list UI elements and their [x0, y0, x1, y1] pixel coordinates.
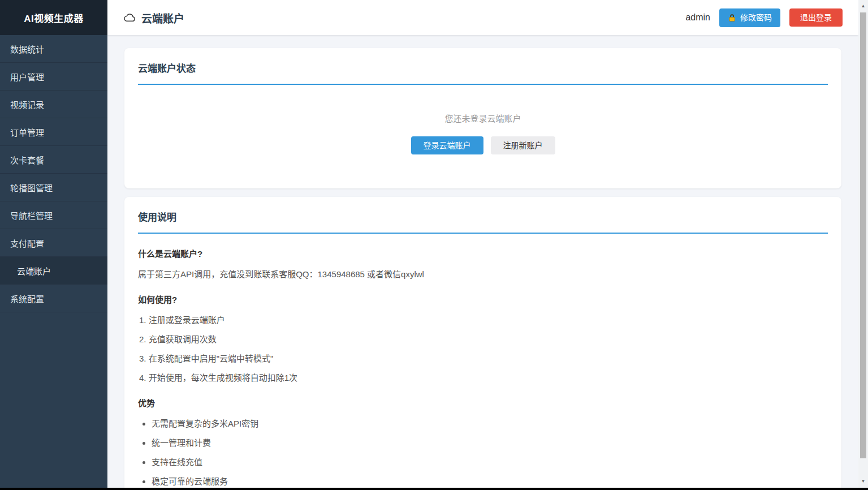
lock-icon — [728, 14, 736, 22]
sidebar-item-payment-config[interactable]: 支付配置 — [0, 229, 107, 257]
sidebar: AI视频生成器 数据统计 用户管理 视频记录 订单管理 次卡套餐 轮播图管理 导… — [0, 0, 107, 490]
sidebar-item-user-mgmt[interactable]: 用户管理 — [0, 63, 107, 91]
how-step-2: 充值获取调用次数 — [139, 333, 828, 345]
status-card: 云端账户状态 您还未登录云端账户 登录云端账户 注册新账户 — [124, 48, 841, 188]
topbar: 云端账户 admin 修改密码 退出登录 — [107, 0, 858, 35]
topbar-right: admin 修改密码 退出登录 — [685, 8, 843, 27]
what-is-heading: 什么是云端账户? — [138, 247, 828, 259]
scroll-up-arrow-icon[interactable]: ▲ — [858, 1, 868, 10]
how-step-4: 开始使用，每次生成视频将自动扣除1次 — [139, 371, 828, 383]
username: admin — [685, 12, 710, 23]
page-title-wrap: 云端账户 — [123, 10, 184, 25]
content: 云端账户状态 您还未登录云端账户 登录云端账户 注册新账户 使用说明 什么是云端… — [107, 35, 858, 490]
cloud-icon — [123, 11, 136, 24]
how-to-heading: 如何使用? — [138, 293, 828, 305]
how-step-3: 在系统配置中启用"云端中转模式" — [139, 352, 828, 364]
advantage-4: 稳定可靠的云端服务 — [152, 475, 828, 487]
how-step-1: 注册或登录云端账户 — [139, 313, 828, 325]
status-actions: 登录云端账户 注册新账户 — [411, 136, 555, 154]
sidebar-item-system-config[interactable]: 系统配置 — [0, 285, 107, 312]
scroll-down-arrow-icon[interactable]: ▼ — [858, 476, 868, 485]
sidebar-item-video-records[interactable]: 视频记录 — [0, 91, 107, 118]
sidebar-item-data-stats[interactable]: 数据统计 — [0, 35, 107, 63]
page-title: 云端账户 — [141, 10, 184, 25]
advantage-3: 支持在线充值 — [152, 455, 828, 467]
sidebar-item-order-mgmt[interactable]: 订单管理 — [0, 118, 107, 146]
change-password-button[interactable]: 修改密码 — [719, 8, 780, 27]
what-is-text: 属于第三方API调用，充值没到账联系客服QQ：1345948685 或者微信qx… — [138, 268, 828, 280]
status-body: 您还未登录云端账户 登录云端账户 注册新账户 — [138, 85, 828, 174]
logout-button[interactable]: 退出登录 — [789, 8, 843, 27]
usage-card: 使用说明 什么是云端账户? 属于第三方API调用，充值没到账联系客服QQ：134… — [124, 197, 841, 490]
advantages-heading: 优势 — [138, 397, 828, 409]
usage-card-title: 使用说明 — [138, 209, 828, 234]
register-account-button[interactable]: 注册新账户 — [491, 136, 555, 154]
sidebar-item-cloud-account[interactable]: 云端账户 — [0, 257, 107, 285]
main-area: 云端账户 admin 修改密码 退出登录 云端账户状态 您还未登录云端账户 登录… — [107, 0, 858, 490]
change-password-label: 修改密码 — [740, 14, 772, 22]
sidebar-menu: 数据统计 用户管理 视频记录 订单管理 次卡套餐 轮播图管理 导航栏管理 支付配… — [0, 35, 107, 312]
sidebar-item-carousel-mgmt[interactable]: 轮播图管理 — [0, 174, 107, 201]
app-title: AI视频生成器 — [0, 0, 107, 35]
login-cloud-account-button[interactable]: 登录云端账户 — [411, 136, 483, 154]
advantage-2: 统一管理和计费 — [152, 436, 828, 448]
advantage-1: 无需配置复杂的多米API密钥 — [152, 417, 828, 429]
vertical-scrollbar[interactable]: ▲ ▼ — [858, 0, 868, 488]
sidebar-item-card-packages[interactable]: 次卡套餐 — [0, 146, 107, 174]
window-bottom-edge — [0, 488, 868, 490]
how-to-steps: 注册或登录云端账户 充值获取调用次数 在系统配置中启用"云端中转模式" 开始使用… — [138, 313, 828, 383]
scrollbar-thumb[interactable] — [860, 12, 866, 458]
status-card-title: 云端账户状态 — [138, 61, 828, 85]
sidebar-item-navbar-mgmt[interactable]: 导航栏管理 — [0, 201, 107, 229]
status-message: 您还未登录云端账户 — [138, 112, 828, 124]
advantages-list: 无需配置复杂的多米API密钥 统一管理和计费 支持在线充值 稳定可靠的云端服务 — [138, 417, 828, 487]
